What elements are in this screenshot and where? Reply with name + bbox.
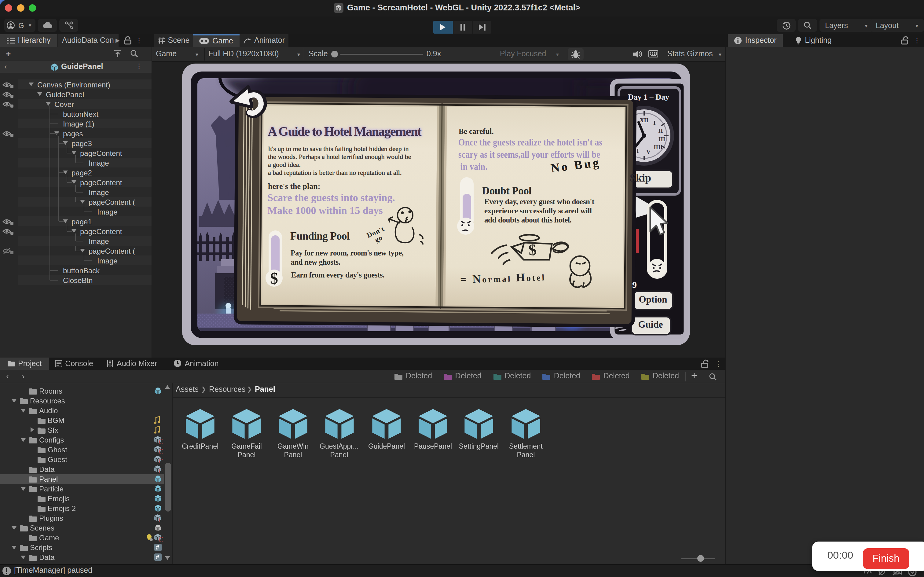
svg-text:{}: {} (158, 517, 163, 522)
svg-text:III: III (658, 136, 665, 142)
svg-text:#: # (156, 554, 159, 561)
svg-text:$: $ (270, 269, 278, 287)
svg-text:{}: {} (158, 459, 163, 463)
svg-text:{}: {} (158, 537, 163, 542)
svg-text:I: I (653, 119, 655, 126)
svg-text:{}: {} (158, 449, 163, 453)
svg-text:{}: {} (158, 439, 163, 444)
svg-text:IIII: IIII (653, 144, 662, 150)
svg-text:II: II (658, 127, 663, 134)
svg-text:$: $ (527, 241, 537, 259)
svg-text:V: V (646, 149, 650, 155)
svg-text:{}: {} (158, 469, 163, 473)
svg-text:XII: XII (639, 117, 649, 124)
svg-text:#: # (156, 544, 159, 551)
